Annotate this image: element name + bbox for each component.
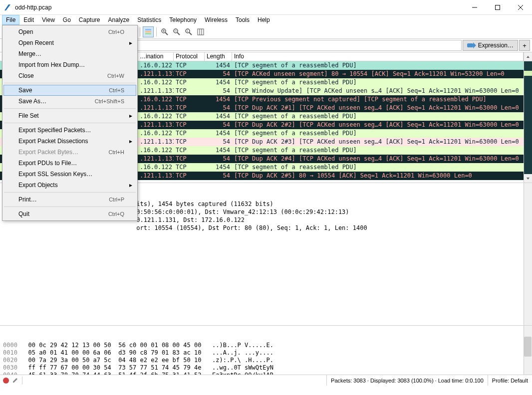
file-menu-dropdown: OpenCtrl+OOpen Recent▸Merge…Import from … (2, 25, 138, 221)
zoom-in-icon[interactable] (159, 26, 170, 37)
close-button[interactable] (509, 0, 532, 14)
menu-item-file-set[interactable]: File Set▸ (3, 110, 136, 121)
menu-item-export-packet-dissections[interactable]: Export Packet Dissections▸ (3, 136, 136, 147)
menu-help[interactable]: Help (254, 15, 274, 25)
menu-statistics[interactable]: Statistics (133, 15, 165, 25)
menu-item-import-from-hex-dump[interactable]: Import from Hex Dump… (3, 59, 136, 70)
submenu-arrow-icon: ▸ (129, 182, 132, 189)
add-filter-button[interactable]: + (519, 40, 530, 51)
details-scrollbar[interactable] (524, 183, 532, 325)
menu-view[interactable]: View (38, 15, 59, 25)
svg-line-23 (165, 32, 168, 35)
scroll-up-icon[interactable] (524, 52, 532, 61)
menu-item-print[interactable]: Print…Ctrl+P (3, 194, 136, 205)
menu-item-save-as[interactable]: Save As…Ctrl+Shift+S (3, 96, 136, 107)
colorize-icon[interactable] (143, 26, 154, 37)
menu-item-close[interactable]: CloseCtrl+W (3, 70, 136, 81)
menu-file[interactable]: File (2, 15, 19, 25)
col-info[interactable]: Info (232, 52, 524, 61)
menu-edit[interactable]: Edit (19, 15, 38, 25)
hex-line[interactable]: 0010 05 a0 01 41 00 00 6a 06 d3 90 c8 79… (3, 349, 529, 357)
hex-line[interactable]: 0040 45 61 33 78 70 74 44 63 51 4f 2f 6b… (3, 372, 529, 375)
col-protocol[interactable]: Protocol (174, 52, 205, 61)
menu-item-open-recent[interactable]: Open Recent▸ (3, 37, 136, 48)
minimize-button[interactable] (463, 0, 486, 14)
menu-item-quit[interactable]: QuitCtrl+Q (3, 208, 136, 219)
svg-rect-17 (145, 29, 151, 30)
menu-item-open[interactable]: OpenCtrl+O (3, 26, 136, 37)
svg-rect-34 (467, 43, 473, 47)
zoom-reset-icon[interactable]: 1 (183, 26, 194, 37)
menu-item-merge[interactable]: Merge… (3, 48, 136, 59)
menu-item-save[interactable]: SaveCtrl+S (3, 85, 136, 96)
menu-go[interactable]: Go (59, 15, 75, 25)
minimap-scrollbar[interactable] (524, 61, 532, 183)
arrow-right-icon (467, 42, 476, 48)
svg-text:1: 1 (187, 29, 189, 32)
svg-line-26 (177, 32, 180, 35)
hex-line[interactable]: 0000 00 0c 29 42 12 13 00 50 56 c0 00 01… (3, 342, 529, 349)
resize-columns-icon[interactable] (195, 26, 206, 37)
statusbar: Packets: 3083 · Displayed: 3083 (100.0%)… (0, 375, 532, 386)
menu-item-export-objects[interactable]: Export Objects▸ (3, 180, 136, 191)
maximize-button[interactable] (486, 0, 509, 14)
details-line[interactable]: ort: 10554 (10554), Dst Port: 80 (80), S… (3, 224, 529, 232)
titlebar: odd-http.pcap (0, 0, 532, 15)
expression-label: Expression… (478, 42, 514, 49)
menu-capture[interactable]: Capture (75, 15, 104, 25)
hex-scrollbar[interactable] (524, 326, 532, 375)
submenu-arrow-icon: ▸ (129, 112, 132, 119)
svg-line-29 (189, 32, 192, 35)
zoom-out-icon[interactable] (171, 26, 182, 37)
status-profile[interactable]: Profile: Default (488, 375, 532, 386)
packet-bytes-pane[interactable]: 0000 00 0c 29 42 12 13 00 50 56 c0 00 01… (0, 325, 532, 375)
edit-capture-comment-icon[interactable] (12, 377, 19, 385)
col-length[interactable]: Length (205, 52, 232, 61)
expert-info-icon[interactable] (3, 378, 9, 384)
scroll-down-icon[interactable] (524, 174, 532, 183)
col-destination[interactable]: …ination (138, 52, 174, 61)
hex-line[interactable]: 0030 ff ff 77 67 00 00 30 54 73 57 77 51… (3, 364, 529, 372)
svg-rect-1 (496, 5, 500, 9)
expression-button[interactable]: Expression… (463, 40, 518, 51)
menu-tools[interactable]: Tools (232, 15, 254, 25)
app-icon (4, 3, 12, 11)
menu-wireless[interactable]: Wireless (201, 15, 232, 25)
window-title: odd-http.pcap (15, 4, 463, 11)
submenu-arrow-icon: ▸ (129, 138, 132, 145)
svg-rect-19 (145, 33, 151, 34)
hex-line[interactable]: 0020 00 7a 29 3a 00 50 a7 5c 04 48 e2 e2… (3, 357, 529, 364)
svg-rect-18 (145, 31, 151, 32)
svg-rect-30 (198, 29, 204, 35)
menu-item-export-specified-packets[interactable]: Export Specified Packets… (3, 125, 136, 136)
menu-item-export-pdus-to-file[interactable]: Export PDUs to File… (3, 158, 136, 169)
submenu-arrow-icon: ▸ (129, 39, 132, 46)
menu-item-export-packet-bytes: Export Packet Bytes…Ctrl+H (3, 147, 136, 158)
menu-telephony[interactable]: Telephony (165, 15, 201, 25)
menu-analyze[interactable]: Analyze (104, 15, 134, 25)
menubar: FileEditViewGoCaptureAnalyzeStatisticsTe… (0, 15, 532, 25)
status-packets: Packets: 3083 · Displayed: 3083 (100.0%)… (326, 375, 488, 386)
menu-item-export-ssl-session-keys[interactable]: Export SSL Session Keys… (3, 169, 136, 180)
